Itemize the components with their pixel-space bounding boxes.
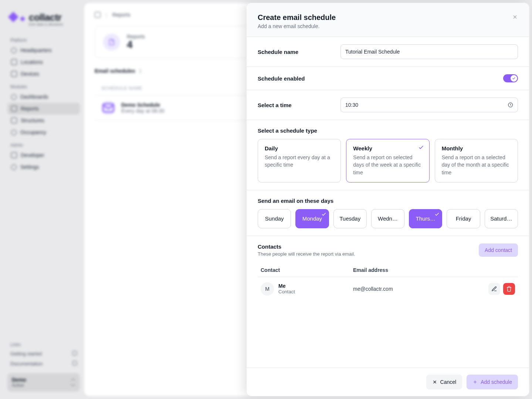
contact-row: M Me Contact me@collactr.com: [258, 277, 518, 301]
code-icon: [11, 152, 17, 158]
sidebar-item-occupancy[interactable]: Occupancy: [7, 126, 80, 138]
day-chip-thursday[interactable]: Thurs…: [409, 209, 442, 228]
label-schedule-name: Schedule name: [258, 49, 298, 55]
toggle-knob: [511, 75, 517, 82]
day-chip-tuesday[interactable]: Tuesday: [333, 209, 367, 228]
section-schedule-enabled: Schedule enabled: [247, 67, 529, 90]
external-link-icon: [72, 351, 77, 355]
delete-contact-button[interactable]: [503, 283, 515, 295]
brand-mark-icon: [10, 11, 25, 27]
type-title-weekly: Weekly: [353, 145, 422, 151]
check-icon: [434, 212, 440, 218]
occupancy-icon: [11, 130, 17, 135]
section-select-time: Select a time: [247, 90, 529, 120]
contacts-table-head: Contact Email address: [258, 263, 518, 277]
type-title-monthly: Monthly: [442, 145, 511, 151]
sidebar-item-developer[interactable]: Developer: [7, 149, 80, 161]
contact-role: Contact: [278, 289, 295, 294]
input-schedule-name[interactable]: [340, 44, 518, 59]
modal-title: Create email schedule: [258, 13, 518, 22]
home-icon: [11, 48, 17, 53]
add-schedule-button[interactable]: Add schedule: [467, 375, 518, 389]
brand-name: collactr: [29, 12, 63, 23]
day-chip-saturday[interactable]: Saturd…: [485, 209, 518, 228]
sidebar-label-admin: Admin: [7, 138, 80, 149]
sidebar-item-locations[interactable]: Locations: [7, 56, 80, 68]
type-desc-weekly: Send a report on selected days of the we…: [353, 154, 422, 176]
org-switcher[interactable]: Demo Active: [7, 373, 80, 392]
modal-body: Schedule name Schedule enabled Select a …: [247, 37, 529, 368]
stat-card-reports: Reports 4: [95, 26, 272, 58]
cancel-button[interactable]: Cancel: [426, 375, 462, 389]
org-status: Active: [12, 383, 26, 388]
edit-contact-button[interactable]: [488, 283, 500, 295]
type-card-daily[interactable]: Daily Send a report every day at a speci…: [258, 139, 341, 183]
label-select-time: Select a time: [258, 102, 292, 108]
sidebar-item-devices[interactable]: Devices: [7, 68, 80, 80]
add-contact-button[interactable]: Add contact: [479, 243, 518, 257]
structures-icon: [11, 117, 17, 123]
plus-icon: [472, 379, 478, 385]
sidebar-item-reports[interactable]: Reports: [7, 103, 80, 115]
section-schedule-type: Select a schedule type Daily Send a repo…: [247, 120, 529, 190]
label-contacts: Contacts: [258, 243, 355, 250]
chevron-updown-icon: [70, 379, 75, 386]
check-icon: [321, 212, 326, 218]
check-icon: [512, 76, 516, 80]
section-schedule-name: Schedule name: [247, 37, 529, 67]
contact-name: Me: [278, 283, 295, 289]
stat-label: Reports: [127, 34, 145, 40]
schedule-row-desc: Every day at 08:30: [121, 108, 165, 114]
modal-header: Create email schedule Add a new email sc…: [247, 3, 529, 37]
day-chip-friday[interactable]: Friday: [447, 209, 480, 228]
label-days: Send an email on these days: [258, 198, 518, 204]
mail-icon: [101, 101, 115, 115]
document-icon: [103, 34, 120, 51]
gear-icon: [11, 164, 17, 170]
brand-logo: collactr from data to decisions: [7, 11, 80, 33]
avatar: M: [261, 282, 274, 296]
breadcrumb-current: Reports: [112, 12, 131, 18]
day-chip-monday[interactable]: Monday: [295, 209, 329, 228]
sidebar-item-dashboards[interactable]: Dashboards: [7, 91, 80, 103]
section-contacts: Contacts These people will receive the r…: [247, 236, 529, 308]
sidebar-link-getting-started[interactable]: Getting started: [7, 349, 80, 359]
sidebar-label-platform: Platform: [7, 33, 80, 44]
type-title-daily: Daily: [265, 145, 334, 151]
close-button[interactable]: [510, 12, 520, 22]
input-time[interactable]: [345, 102, 508, 108]
schedule-row-name: Demo Schedule: [121, 102, 165, 108]
create-schedule-modal: Create email schedule Add a new email sc…: [247, 3, 529, 396]
type-card-weekly[interactable]: Weekly Send a report on selected days of…: [346, 139, 429, 183]
sidebar-toggle-icon[interactable]: [95, 12, 101, 18]
external-link-icon: [72, 361, 77, 365]
check-icon: [418, 144, 424, 151]
col-email: Email address: [353, 267, 482, 273]
reports-icon: [11, 106, 17, 112]
close-icon: [512, 14, 518, 20]
toggle-schedule-enabled[interactable]: [503, 74, 518, 82]
input-time-wrapper[interactable]: [340, 98, 518, 112]
day-chip-wednesday[interactable]: Wedn…: [371, 209, 404, 228]
sidebar-item-structures[interactable]: Structures: [7, 115, 80, 126]
close-icon: [432, 379, 437, 385]
sidebar-item-settings[interactable]: Settings: [7, 161, 80, 173]
brand-tagline: from data to decisions: [29, 23, 63, 26]
sidebar-link-documentation[interactable]: Documentation: [7, 359, 80, 369]
devices-icon: [11, 71, 17, 77]
svg-rect-0: [103, 104, 114, 112]
section-days: Send an email on these days Sunday Monda…: [247, 190, 529, 236]
type-card-monthly[interactable]: Monthly Send a report on a selected day …: [435, 139, 518, 183]
dashboard-icon: [11, 94, 17, 100]
modal-subtitle: Add a new email schedule.: [258, 23, 518, 29]
contacts-desc: These people will receive the report via…: [258, 251, 355, 257]
sidebar-label-modules: Modules: [7, 80, 80, 91]
contacts-table: Contact Email address M Me Contact me@co…: [258, 263, 518, 301]
label-schedule-type: Select a schedule type: [258, 127, 518, 134]
day-chip-sunday[interactable]: Sunday: [258, 209, 291, 228]
clock-icon: [508, 102, 513, 108]
type-desc-monthly: Send a report on a selected day of the m…: [442, 154, 511, 176]
sidebar-item-headquarters[interactable]: Headquarters: [7, 44, 80, 56]
location-icon: [11, 59, 17, 65]
contact-email: me@collactr.com: [353, 286, 482, 292]
